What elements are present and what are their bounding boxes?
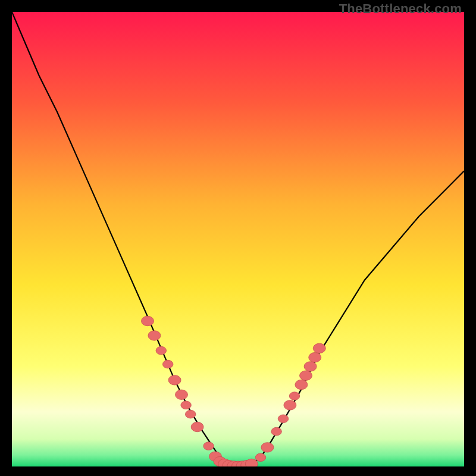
data-marker [300,371,312,380]
data-marker [295,380,308,389]
data-marker [278,415,288,423]
data-marker [284,400,296,410]
data-marker [176,390,188,399]
data-marker [148,331,161,340]
data-marker [181,401,191,409]
data-marker [309,352,321,362]
data-marker [271,427,281,436]
data-marker [304,362,317,371]
data-marker [185,410,195,418]
chart-frame [12,12,464,466]
data-marker [142,316,154,325]
watermark-text: TheBottleneck.com [339,1,462,17]
data-marker [289,392,299,400]
data-marker [203,442,214,450]
data-marker [191,422,203,431]
data-marker [255,453,265,462]
data-marker [313,343,325,353]
data-marker [162,360,173,368]
data-marker [156,346,166,355]
data-marker [261,443,274,452]
data-marker [168,375,181,385]
gradient-background [12,12,464,466]
bottleneck-chart [12,12,464,466]
data-marker [245,459,258,466]
